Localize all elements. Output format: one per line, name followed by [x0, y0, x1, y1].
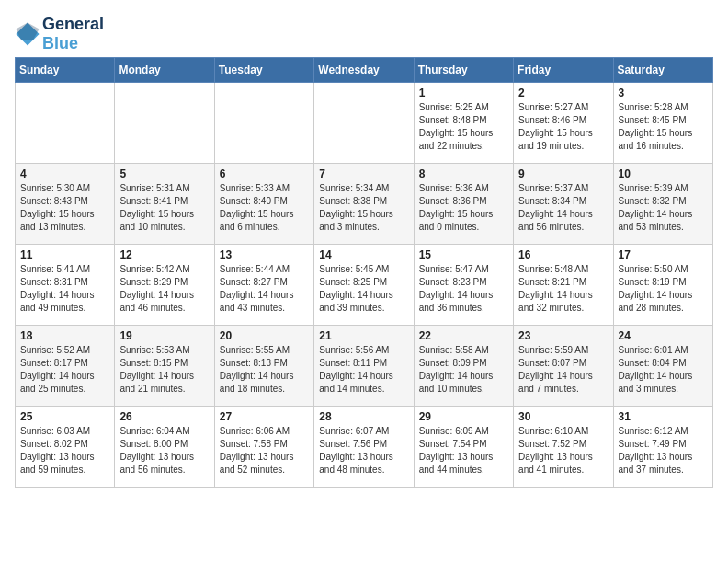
calendar-cell: 8Sunrise: 5:36 AM Sunset: 8:36 PM Daylig…: [414, 164, 513, 245]
week-row-2: 4Sunrise: 5:30 AM Sunset: 8:43 PM Daylig…: [16, 164, 713, 245]
cell-content: Sunrise: 5:48 AM Sunset: 8:21 PM Dayligh…: [518, 263, 608, 315]
cell-content: Sunrise: 6:10 AM Sunset: 7:52 PM Dayligh…: [518, 425, 608, 477]
week-row-1: 1Sunrise: 5:25 AM Sunset: 8:48 PM Daylig…: [16, 83, 713, 164]
calendar-cell: 10Sunrise: 5:39 AM Sunset: 8:32 PM Dayli…: [613, 164, 712, 245]
calendar-table: SundayMondayTuesdayWednesdayThursdayFrid…: [15, 57, 713, 488]
day-number: 5: [119, 167, 209, 180]
day-number: 11: [20, 248, 109, 261]
cell-content: Sunrise: 6:03 AM Sunset: 8:02 PM Dayligh…: [20, 425, 109, 477]
cell-content: Sunrise: 5:34 AM Sunset: 8:38 PM Dayligh…: [319, 182, 408, 234]
cell-content: Sunrise: 6:09 AM Sunset: 7:54 PM Dayligh…: [419, 425, 508, 477]
day-number: 1: [419, 86, 508, 99]
cell-content: Sunrise: 5:42 AM Sunset: 8:29 PM Dayligh…: [119, 263, 209, 315]
calendar-cell: 26Sunrise: 6:04 AM Sunset: 8:00 PM Dayli…: [115, 407, 214, 488]
day-number: 19: [119, 329, 209, 342]
calendar-cell: 7Sunrise: 5:34 AM Sunset: 8:38 PM Daylig…: [314, 164, 414, 245]
cell-content: Sunrise: 5:59 AM Sunset: 8:07 PM Dayligh…: [518, 344, 608, 396]
day-number: 18: [20, 329, 109, 342]
day-number: 6: [220, 167, 309, 180]
day-number: 8: [419, 167, 508, 180]
cell-content: Sunrise: 5:50 AM Sunset: 8:19 PM Dayligh…: [619, 263, 708, 315]
day-number: 14: [319, 248, 408, 261]
cell-content: Sunrise: 5:45 AM Sunset: 8:25 PM Dayligh…: [319, 263, 408, 315]
day-number: 26: [119, 410, 209, 423]
day-number: 20: [220, 329, 309, 342]
calendar-cell: 25Sunrise: 6:03 AM Sunset: 8:02 PM Dayli…: [16, 407, 115, 488]
calendar-cell: 23Sunrise: 5:59 AM Sunset: 8:07 PM Dayli…: [514, 326, 613, 407]
page-header: General Blue: [15, 15, 713, 53]
calendar-cell: 16Sunrise: 5:48 AM Sunset: 8:21 PM Dayli…: [514, 245, 613, 326]
cell-content: Sunrise: 5:55 AM Sunset: 8:13 PM Dayligh…: [220, 344, 309, 396]
cell-content: Sunrise: 5:33 AM Sunset: 8:40 PM Dayligh…: [220, 182, 309, 234]
cell-content: Sunrise: 6:06 AM Sunset: 7:58 PM Dayligh…: [220, 425, 309, 477]
cell-content: Sunrise: 6:04 AM Sunset: 8:00 PM Dayligh…: [119, 425, 209, 477]
calendar-cell: 17Sunrise: 5:50 AM Sunset: 8:19 PM Dayli…: [613, 245, 712, 326]
calendar-cell: 9Sunrise: 5:37 AM Sunset: 8:34 PM Daylig…: [514, 164, 613, 245]
calendar-cell: 2Sunrise: 5:27 AM Sunset: 8:46 PM Daylig…: [514, 83, 613, 164]
cell-content: Sunrise: 5:37 AM Sunset: 8:34 PM Dayligh…: [518, 182, 608, 234]
cell-content: Sunrise: 5:39 AM Sunset: 8:32 PM Dayligh…: [619, 182, 708, 234]
calendar-cell: [314, 83, 414, 164]
logo-blue: Blue: [42, 34, 104, 53]
calendar-cell: [115, 83, 214, 164]
cell-content: Sunrise: 5:25 AM Sunset: 8:48 PM Dayligh…: [419, 101, 508, 153]
header-cell-thursday: Thursday: [414, 58, 513, 83]
calendar-cell: 6Sunrise: 5:33 AM Sunset: 8:40 PM Daylig…: [214, 164, 313, 245]
calendar-cell: 29Sunrise: 6:09 AM Sunset: 7:54 PM Dayli…: [414, 407, 513, 488]
cell-content: Sunrise: 6:07 AM Sunset: 7:56 PM Dayligh…: [319, 425, 408, 477]
day-number: 25: [20, 410, 109, 423]
calendar-cell: 30Sunrise: 6:10 AM Sunset: 7:52 PM Dayli…: [514, 407, 613, 488]
header-row: SundayMondayTuesdayWednesdayThursdayFrid…: [16, 58, 713, 83]
cell-content: Sunrise: 5:36 AM Sunset: 8:36 PM Dayligh…: [419, 182, 508, 234]
day-number: 4: [20, 167, 109, 180]
cell-content: Sunrise: 6:12 AM Sunset: 7:49 PM Dayligh…: [619, 425, 708, 477]
day-number: 22: [419, 329, 508, 342]
day-number: 17: [619, 248, 708, 261]
calendar-cell: 21Sunrise: 5:56 AM Sunset: 8:11 PM Dayli…: [314, 326, 414, 407]
day-number: 27: [220, 410, 309, 423]
day-number: 28: [319, 410, 408, 423]
header-cell-wednesday: Wednesday: [314, 58, 414, 83]
day-number: 15: [419, 248, 508, 261]
header-cell-friday: Friday: [514, 58, 613, 83]
header-cell-monday: Monday: [115, 58, 214, 83]
cell-content: Sunrise: 5:27 AM Sunset: 8:46 PM Dayligh…: [518, 101, 608, 153]
cell-content: Sunrise: 5:47 AM Sunset: 8:23 PM Dayligh…: [419, 263, 508, 315]
cell-content: Sunrise: 5:52 AM Sunset: 8:17 PM Dayligh…: [20, 344, 109, 396]
logo-general: General: [42, 15, 104, 34]
calendar-cell: 11Sunrise: 5:41 AM Sunset: 8:31 PM Dayli…: [16, 245, 115, 326]
svg-marker-1: [16, 22, 39, 40]
cell-content: Sunrise: 5:28 AM Sunset: 8:45 PM Dayligh…: [619, 101, 708, 153]
cell-content: Sunrise: 5:44 AM Sunset: 8:27 PM Dayligh…: [220, 263, 309, 315]
cell-content: Sunrise: 5:41 AM Sunset: 8:31 PM Dayligh…: [20, 263, 109, 315]
calendar-cell: 12Sunrise: 5:42 AM Sunset: 8:29 PM Dayli…: [115, 245, 214, 326]
day-number: 24: [619, 329, 708, 342]
calendar-cell: 4Sunrise: 5:30 AM Sunset: 8:43 PM Daylig…: [16, 164, 115, 245]
cell-content: Sunrise: 5:58 AM Sunset: 8:09 PM Dayligh…: [419, 344, 508, 396]
calendar-cell: 5Sunrise: 5:31 AM Sunset: 8:41 PM Daylig…: [115, 164, 214, 245]
day-number: 21: [319, 329, 408, 342]
cell-content: Sunrise: 6:01 AM Sunset: 8:04 PM Dayligh…: [619, 344, 708, 396]
logo-icon: [15, 21, 40, 47]
day-number: 16: [518, 248, 608, 261]
calendar-cell: 13Sunrise: 5:44 AM Sunset: 8:27 PM Dayli…: [214, 245, 313, 326]
calendar-cell: [214, 83, 313, 164]
header-cell-sunday: Sunday: [16, 58, 115, 83]
calendar-cell: 27Sunrise: 6:06 AM Sunset: 7:58 PM Dayli…: [214, 407, 313, 488]
calendar-cell: 22Sunrise: 5:58 AM Sunset: 8:09 PM Dayli…: [414, 326, 513, 407]
calendar-cell: 20Sunrise: 5:55 AM Sunset: 8:13 PM Dayli…: [214, 326, 313, 407]
calendar-cell: [16, 83, 115, 164]
calendar-cell: 15Sunrise: 5:47 AM Sunset: 8:23 PM Dayli…: [414, 245, 513, 326]
cell-content: Sunrise: 5:53 AM Sunset: 8:15 PM Dayligh…: [119, 344, 209, 396]
calendar-cell: 24Sunrise: 6:01 AM Sunset: 8:04 PM Dayli…: [613, 326, 712, 407]
calendar-cell: 28Sunrise: 6:07 AM Sunset: 7:56 PM Dayli…: [314, 407, 414, 488]
day-number: 23: [518, 329, 608, 342]
day-number: 13: [220, 248, 309, 261]
day-number: 10: [619, 167, 708, 180]
logo: General Blue: [15, 15, 104, 53]
day-number: 2: [518, 86, 608, 99]
calendar-cell: 31Sunrise: 6:12 AM Sunset: 7:49 PM Dayli…: [613, 407, 712, 488]
day-number: 7: [319, 167, 408, 180]
day-number: 3: [619, 86, 708, 99]
calendar-cell: 19Sunrise: 5:53 AM Sunset: 8:15 PM Dayli…: [115, 326, 214, 407]
